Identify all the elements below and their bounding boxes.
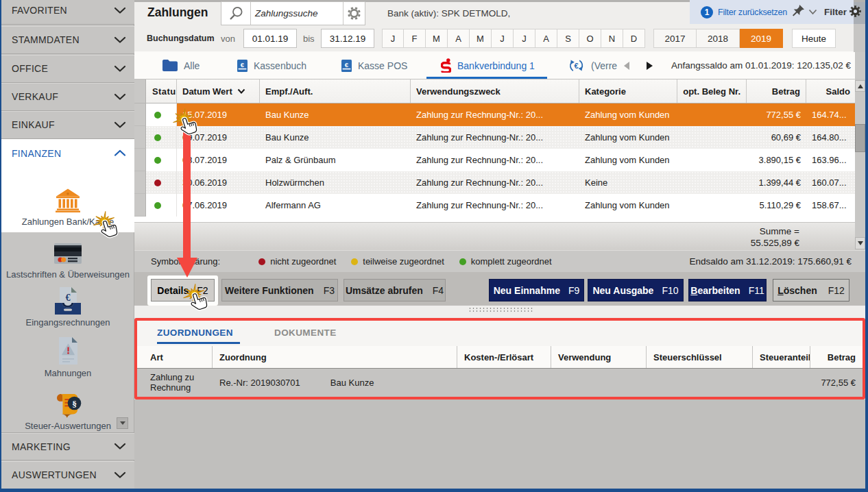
sidebar-section-marketing[interactable]: MARKETING: [1, 432, 134, 460]
sidebar-scroll-down-button[interactable]: [117, 417, 128, 429]
month-button[interactable]: A: [448, 29, 470, 48]
column-header-betrag[interactable]: Betrag: [747, 79, 806, 103]
actions-row: DetailsF2 Weitere FunktionenF3 Umsätze a…: [134, 272, 865, 306]
tab-verrechnungskonto[interactable]: € (Verre: [568, 52, 617, 79]
sidebar-section-stammdaten[interactable]: STAMMDATEN: [1, 26, 134, 54]
button-label: Neu Ausgabe: [592, 285, 653, 296]
filter-settings-button[interactable]: [849, 5, 861, 19]
date-from-input[interactable]: 01.01.19: [243, 29, 297, 48]
row-header-cell[interactable]: [134, 126, 146, 149]
month-button[interactable]: M: [426, 29, 448, 48]
details-column-steueranteil[interactable]: Steueranteil: [753, 346, 810, 368]
details-column-betrag[interactable]: Betrag: [810, 346, 863, 368]
details-tab-zuordnungen[interactable]: ZUORDNUNGEN: [157, 328, 233, 338]
tab-scroll-left-button[interactable]: [624, 62, 629, 70]
tab-alle[interactable]: Alle: [162, 52, 200, 79]
umsaetze-abrufen-button[interactable]: Umsätze abrufenF4: [343, 279, 446, 302]
sidebar-section-favoriten[interactable]: FAVORITEN: [1, 0, 134, 25]
row-header-cell[interactable]: [134, 149, 146, 171]
today-button[interactable]: Heute: [792, 29, 836, 48]
sidebar-item-label: Eingangsrechnungen: [1, 317, 134, 328]
filter-dropdown-button[interactable]: [808, 7, 817, 17]
tab-kassenbuch[interactable]: €Kassenbuch: [237, 52, 306, 79]
table-row[interactable]: 30.06.2019 Holzwürmchen Zahlung zur Rech…: [134, 171, 856, 194]
row-header-cell[interactable]: [134, 194, 146, 217]
details-row[interactable]: Zahlung zu Rechnung Re.-Nr: 2019030701Ba…: [137, 369, 863, 397]
month-button[interactable]: N: [601, 29, 623, 48]
splitter[interactable]: [134, 306, 865, 318]
year-button-2017[interactable]: 2017: [653, 29, 697, 48]
month-button[interactable]: J: [492, 29, 514, 48]
column-header-empf-auft[interactable]: Empf./Auft.: [260, 79, 411, 103]
splitter-handle-dots[interactable]: [468, 307, 534, 312]
sidebar-item-label: Steuer-Auswertungen: [1, 421, 134, 431]
year-button-2019-selected[interactable]: 2019: [740, 29, 783, 48]
sidebar-item-eingangsrechnungen[interactable]: € Eingangsrechnungen: [1, 287, 134, 328]
button-fkey: F9: [568, 285, 579, 296]
month-button[interactable]: S: [557, 29, 579, 48]
tab-bankverbindung-1[interactable]: Bankverbindung 1: [441, 52, 535, 79]
search-settings-button[interactable]: [343, 2, 365, 25]
sidebar-section-auswertungen[interactable]: AUSWERTUNGEN: [1, 461, 134, 489]
sidebar-section-einkauf[interactable]: EINKAUF: [1, 111, 134, 139]
details-column-steuerschluessel[interactable]: Steuerschlüssel: [647, 346, 753, 368]
scrollbar-thumb[interactable]: [855, 124, 865, 152]
month-button[interactable]: F: [404, 29, 426, 48]
table-row[interactable]: 08.07.2019 Palz & Grünbaum Zahlung zur R…: [134, 149, 856, 171]
month-button[interactable]: M: [470, 29, 492, 48]
column-header-beleg-nr[interactable]: opt. Beleg Nr.: [677, 79, 747, 103]
sidebar-item-mahnungen[interactable]: Mahnungen: [1, 337, 134, 378]
year-button-2018[interactable]: 2018: [697, 29, 740, 48]
neu-ausgabe-button[interactable]: Neu AusgabeF10: [588, 279, 684, 302]
table-row[interactable]: 07.06.2019 Alfermann AG Zahlung zur Rech…: [134, 194, 856, 217]
button-fkey: F4: [433, 285, 444, 296]
details-column-zuordnung[interactable]: Zuordnung: [213, 346, 457, 368]
column-header-verwendungszweck[interactable]: Verwendungszweck: [411, 79, 579, 103]
neu-einnahme-button[interactable]: Neu EinnahmeF9: [489, 279, 584, 302]
month-button[interactable]: J: [382, 29, 404, 48]
search-input[interactable]: Zahlungssuche: [251, 8, 343, 19]
details-column-verwendung[interactable]: Verwendung: [551, 346, 647, 368]
red-dot-icon: [258, 258, 265, 265]
column-header-datum-wert[interactable]: Datum Wert: [177, 79, 260, 103]
vertical-scrollbar[interactable]: [855, 79, 865, 237]
cell-betrag: 60,69 €: [747, 126, 806, 149]
month-button[interactable]: O: [579, 29, 601, 48]
sidebar-section-finanzen[interactable]: FINANZEN: [1, 139, 134, 167]
table-row[interactable]: 09.07.2019 Bau Kunze Zahlung zur Rechnun…: [134, 126, 856, 149]
row-header-cell[interactable]: [134, 103, 146, 126]
tab-kasse-pos[interactable]: €Kasse POS: [341, 52, 407, 79]
tab-scroll-right-button[interactable]: [647, 62, 653, 70]
status-dot: [154, 202, 161, 209]
column-header-kategorie[interactable]: Kategorie: [579, 79, 677, 103]
month-button[interactable]: J: [514, 29, 535, 48]
column-header-status[interactable]: Status: [146, 79, 177, 103]
column-header-saldo[interactable]: Saldo: [806, 79, 856, 103]
search-icon-segment[interactable]: [221, 2, 251, 25]
loeschen-button[interactable]: LöschenF12: [773, 279, 849, 302]
sidebar-section-verkauf[interactable]: VERKAUF: [1, 83, 134, 111]
sidebar-item-steuer-auswertungen[interactable]: §Steuer-Auswertungen: [1, 392, 134, 431]
cell-empf: Holzwürmchen: [260, 171, 411, 194]
filter-reset-link[interactable]: Filter zurücksetzen: [718, 8, 787, 17]
date-to-input[interactable]: 31.12.19: [321, 29, 374, 48]
details-column-kosten-erloesart[interactable]: Kosten-/Erlösart: [457, 346, 551, 368]
sidebar-section-office[interactable]: OFFICE: [1, 55, 134, 83]
month-button[interactable]: A: [535, 29, 557, 48]
month-button[interactable]: D: [623, 29, 645, 48]
scrollbar-down-button[interactable]: [855, 237, 865, 249]
bearbeiten-button[interactable]: BearbeitenF11: [688, 279, 767, 302]
table-row[interactable]: 15.07.2019 Bau Kunze Zahlung zur Rechnun…: [134, 103, 856, 126]
details-tab-dokumente[interactable]: DOKUMENTE: [274, 328, 337, 338]
filter-label[interactable]: Filter: [824, 7, 847, 17]
invoice-inbox-icon: €: [55, 287, 81, 315]
row-header-cell[interactable]: [134, 171, 146, 194]
details-column-art[interactable]: Art: [137, 346, 213, 368]
cell-verwendungszweck: Zahlung zur Rechnung-Nr.: 20...: [411, 103, 579, 126]
chevron-down-icon: [114, 93, 126, 101]
scrollbar-up-button[interactable]: [855, 80, 865, 92]
pin-button[interactable]: [791, 4, 805, 21]
weitere-funktionen-button[interactable]: Weitere FunktionenF3: [221, 279, 338, 302]
cell-verwendungszweck: Zahlung zur Rechnung-Nr.: 20...: [411, 194, 579, 217]
search-box[interactable]: Zahlungssuche: [221, 1, 365, 25]
